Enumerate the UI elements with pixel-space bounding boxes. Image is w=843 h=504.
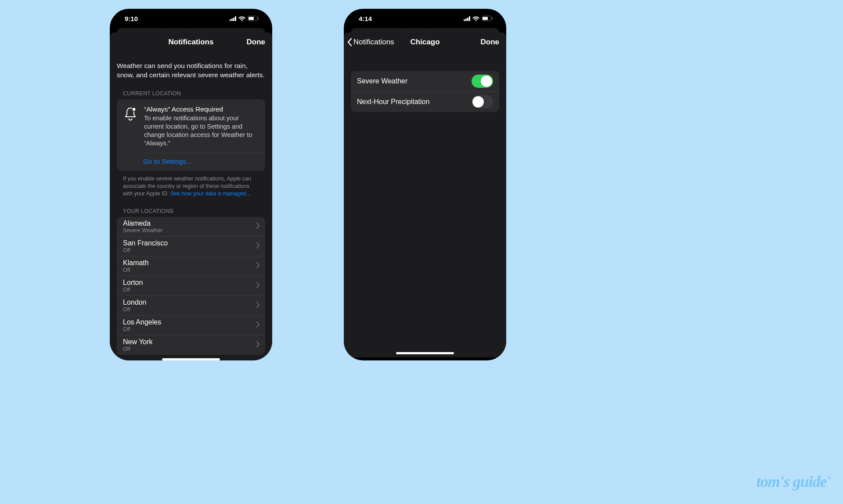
bell-alert-icon bbox=[123, 105, 138, 148]
nav-title: Notifications bbox=[169, 38, 214, 47]
intro-text: Weather can send you notifications for r… bbox=[117, 52, 265, 88]
wifi-icon bbox=[472, 16, 479, 21]
toggle-switch[interactable] bbox=[472, 75, 493, 88]
location-status: Off bbox=[123, 267, 149, 273]
battery-icon bbox=[482, 16, 493, 21]
nav-bar: Notifications Chicago Done bbox=[344, 32, 506, 52]
location-status: Off bbox=[123, 326, 161, 332]
sheet: Notifications Done Weather can send you … bbox=[110, 32, 272, 360]
toggle-label: Next-Hour Precipitation bbox=[357, 98, 429, 106]
status-bar: 4:14 bbox=[344, 9, 506, 28]
status-time: 9:10 bbox=[125, 15, 138, 22]
watermark-logo: tom's guide® bbox=[757, 472, 830, 491]
chevron-left-icon bbox=[347, 38, 353, 47]
chevron-right-icon bbox=[256, 282, 260, 290]
toggle-label: Severe Weather bbox=[357, 77, 407, 85]
location-status: Off bbox=[123, 346, 153, 352]
location-name: Klamath bbox=[123, 259, 149, 267]
battery-icon bbox=[248, 16, 259, 21]
home-indicator[interactable] bbox=[162, 358, 220, 360]
svg-rect-2 bbox=[258, 18, 259, 20]
location-name: Lorton bbox=[123, 279, 143, 287]
location-name: London bbox=[123, 299, 146, 306]
location-row[interactable]: KlamathOff bbox=[117, 256, 265, 276]
location-status: Severe Weather bbox=[123, 227, 162, 234]
svg-point-4 bbox=[133, 108, 136, 111]
location-row[interactable]: New YorkOff bbox=[117, 335, 265, 355]
location-row[interactable]: LortonOff bbox=[117, 276, 265, 296]
back-button[interactable]: Notifications bbox=[347, 38, 394, 47]
chevron-right-icon bbox=[256, 341, 260, 349]
location-name: San Francisco bbox=[123, 239, 168, 247]
toggle-list: Severe WeatherNext-Hour Precipitation bbox=[351, 71, 499, 112]
chevron-right-icon bbox=[256, 223, 260, 230]
chevron-right-icon bbox=[256, 302, 260, 310]
section-header-current-location: CURRENT LOCATION bbox=[117, 88, 265, 99]
svg-rect-6 bbox=[483, 17, 488, 20]
done-button[interactable]: Done bbox=[481, 38, 500, 47]
location-row[interactable]: AlamedaSevere Weather bbox=[117, 217, 265, 237]
toggle-row: Severe Weather bbox=[351, 71, 499, 91]
location-status: Off bbox=[123, 306, 146, 313]
chevron-right-icon bbox=[256, 262, 260, 270]
done-button[interactable]: Done bbox=[247, 38, 266, 47]
alert-title: “Always” Access Required bbox=[144, 105, 259, 113]
location-name: New York bbox=[123, 338, 153, 346]
back-label: Notifications bbox=[353, 38, 394, 47]
status-icons bbox=[464, 16, 493, 21]
phone-location-detail: 4:14 Notifications Chicago Done Severe W… bbox=[344, 9, 506, 360]
home-indicator[interactable] bbox=[396, 352, 454, 354]
privacy-footer: If you enable severe weather notificatio… bbox=[117, 171, 265, 205]
location-status: Off bbox=[123, 287, 143, 293]
nav-title: Chicago bbox=[410, 38, 440, 47]
chevron-right-icon bbox=[256, 321, 260, 329]
go-to-settings-link[interactable]: Go to Settings... bbox=[117, 153, 265, 171]
status-time: 4:14 bbox=[359, 15, 372, 22]
location-row[interactable]: San FranciscoOff bbox=[117, 237, 265, 256]
location-row[interactable]: Los AngelesOff bbox=[117, 316, 265, 335]
location-row[interactable]: LondonOff bbox=[117, 296, 265, 316]
privacy-footer-link[interactable]: See how your data is managed... bbox=[170, 191, 251, 197]
phone-notifications-list: 9:10 Notifications Done Weather can send… bbox=[110, 9, 272, 360]
sheet: Notifications Chicago Done Severe Weathe… bbox=[344, 32, 506, 357]
cellular-signal-icon bbox=[230, 16, 236, 21]
wifi-icon bbox=[238, 16, 245, 21]
chevron-right-icon bbox=[256, 242, 260, 250]
toggle-row: Next-Hour Precipitation bbox=[351, 91, 499, 112]
locations-list: AlamedaSevere WeatherSan FranciscoOffKla… bbox=[117, 217, 265, 355]
current-location-card: “Always” Access Required To enable notif… bbox=[117, 99, 265, 171]
location-name: Los Angeles bbox=[123, 318, 161, 326]
alert-body: To enable notifications about your curre… bbox=[144, 114, 259, 148]
svg-rect-7 bbox=[492, 18, 493, 20]
toggle-switch[interactable] bbox=[472, 95, 493, 108]
status-icons bbox=[230, 16, 259, 21]
location-status: Off bbox=[123, 247, 168, 253]
section-header-your-locations: YOUR LOCATIONS bbox=[117, 205, 265, 217]
status-bar: 9:10 bbox=[110, 9, 272, 28]
nav-bar: Notifications Done bbox=[110, 32, 272, 52]
svg-rect-1 bbox=[249, 17, 254, 20]
location-name: Alameda bbox=[123, 220, 162, 227]
cellular-signal-icon bbox=[464, 16, 470, 21]
